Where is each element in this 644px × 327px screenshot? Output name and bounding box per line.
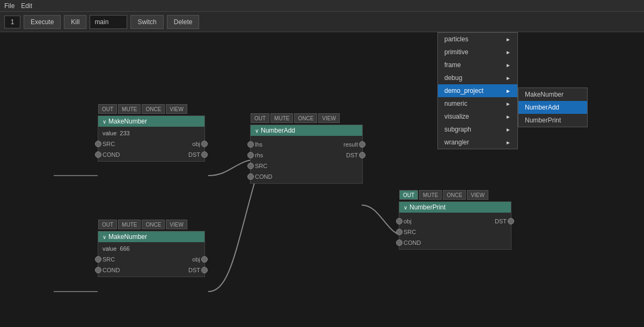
numberprint-out-btn[interactable]: OUT bbox=[399, 190, 418, 200]
numberprint-dst-label: DST bbox=[495, 218, 507, 224]
node1-value-field: value 233 bbox=[103, 129, 200, 137]
node2-src-row: SRC obj bbox=[103, 255, 200, 264]
node2-obj-label: obj bbox=[192, 256, 200, 263]
execute-button[interactable]: Execute bbox=[24, 15, 61, 29]
node1-src-label: SRC bbox=[103, 141, 115, 147]
numberprint-once-btn[interactable]: ONCE bbox=[443, 190, 466, 200]
number-print-body: obj DST SRC COND bbox=[399, 213, 511, 249]
node2-cond-row: COND DST bbox=[103, 266, 200, 274]
make-number-1-node: OUT MUTE ONCE VIEW ∨ MakeNumber value 23… bbox=[98, 115, 205, 162]
numberprint-cond-row: COND bbox=[404, 238, 507, 247]
number-print-header: ∨ NumberPrint bbox=[399, 202, 511, 213]
numberadd-out-btn[interactable]: OUT bbox=[251, 113, 269, 123]
node1-once-btn[interactable]: ONCE bbox=[142, 104, 165, 114]
menu-visualize-arrow: ► bbox=[506, 114, 511, 120]
menu-debug[interactable]: debug ► bbox=[438, 71, 517, 84]
numberadd-lhs-circle[interactable] bbox=[247, 141, 254, 148]
numberprint-dst-circle[interactable] bbox=[508, 218, 514, 224]
menu-demo-project[interactable]: demo_project ► bbox=[438, 84, 517, 97]
numberprint-src-row: SRC bbox=[404, 228, 507, 236]
menu-particles-arrow: ► bbox=[506, 37, 511, 42]
numberadd-lhs-label: lhs bbox=[255, 141, 262, 148]
make-number-1-title: MakeNumber bbox=[108, 118, 147, 125]
numberadd-src-circle[interactable] bbox=[247, 163, 254, 169]
make-number-1-body: value 233 SRC obj COND bbox=[98, 127, 204, 161]
make-number-2-title: MakeNumber bbox=[108, 233, 147, 241]
graph-input[interactable] bbox=[90, 15, 127, 29]
menu-primitive[interactable]: primitive ► bbox=[438, 46, 517, 59]
numberadd-lhs-row: lhs result bbox=[255, 140, 358, 149]
toolbar: 1 Execute Kill Switch Delete bbox=[0, 12, 644, 32]
numberadd-cond-label: COND bbox=[255, 173, 272, 180]
kill-button[interactable]: Kill bbox=[64, 15, 86, 29]
context-menu: particles ► primitive ► frame ► debug ► … bbox=[437, 32, 518, 149]
numberadd-toolbar: OUT MUTE ONCE VIEW bbox=[251, 113, 340, 123]
menu-frame-arrow: ► bbox=[506, 62, 511, 68]
node2-value-field: value 666 bbox=[103, 244, 200, 253]
menu-visualize-label: visualize bbox=[444, 113, 469, 120]
menu-edit[interactable]: Edit bbox=[21, 2, 32, 10]
numberadd-view-btn[interactable]: VIEW bbox=[318, 113, 340, 123]
delete-button[interactable]: Delete bbox=[167, 15, 200, 29]
menu-particles[interactable]: particles ► bbox=[438, 33, 517, 46]
node2-once-btn[interactable]: ONCE bbox=[142, 220, 165, 229]
node1-value-val: 233 bbox=[120, 130, 129, 136]
numberadd-rhs-label: rhs bbox=[255, 152, 263, 158]
number-print-node: OUT MUTE ONCE VIEW ∨ NumberPrint obj DST bbox=[399, 201, 511, 250]
menu-file[interactable]: File bbox=[4, 2, 14, 10]
node2-dst-label: DST bbox=[188, 267, 200, 273]
node1-cond-row: COND DST bbox=[103, 150, 200, 159]
menu-visualize[interactable]: visualize ► bbox=[438, 110, 517, 123]
node1-src-port: SRC bbox=[103, 141, 115, 147]
numberadd-result-circle[interactable] bbox=[359, 141, 365, 148]
menu-frame[interactable]: frame ► bbox=[438, 59, 517, 71]
node2-arrow: ∨ bbox=[103, 234, 106, 240]
node2-view-btn[interactable]: VIEW bbox=[166, 220, 187, 229]
numberprint-mute-btn[interactable]: MUTE bbox=[419, 190, 442, 200]
numberadd-result-label: result bbox=[343, 141, 358, 148]
submenu-demo-project: MakeNumber NumberAdd NumberPrint bbox=[518, 88, 588, 127]
numberprint-src-circle[interactable] bbox=[396, 229, 402, 235]
menu-numeric[interactable]: numeric ► bbox=[438, 97, 517, 110]
menu-subgraph-arrow: ► bbox=[506, 127, 511, 133]
numberadd-arrow: ∨ bbox=[255, 128, 259, 134]
number-add-body: lhs result rhs DST bbox=[251, 136, 362, 183]
numberadd-rhs-circle[interactable] bbox=[247, 152, 254, 158]
number-add-header: ∨ NumberAdd bbox=[251, 125, 362, 136]
node2-value-label: value bbox=[103, 245, 116, 252]
node2-obj-circle[interactable] bbox=[201, 256, 208, 263]
numberprint-view-btn[interactable]: VIEW bbox=[467, 190, 488, 200]
node1-out-btn[interactable]: OUT bbox=[98, 104, 117, 114]
node2-out-btn[interactable]: OUT bbox=[98, 220, 117, 229]
submenu-number-add[interactable]: NumberAdd bbox=[518, 101, 587, 114]
numberprint-obj-circle[interactable] bbox=[396, 218, 402, 224]
numberadd-dst-circle[interactable] bbox=[359, 152, 365, 158]
node1-dst-circle[interactable] bbox=[201, 151, 208, 158]
node1-cond-circle[interactable] bbox=[95, 151, 101, 158]
submenu-make-number[interactable]: MakeNumber bbox=[518, 88, 587, 101]
node2-src-circle[interactable] bbox=[95, 256, 101, 263]
node1-src-circle[interactable] bbox=[95, 141, 101, 147]
canvas: OUT MUTE ONCE VIEW ∨ MakeNumber value 23… bbox=[0, 32, 644, 327]
node2-mute-btn[interactable]: MUTE bbox=[118, 220, 141, 229]
make-number-2-header: ∨ MakeNumber bbox=[98, 231, 204, 242]
numberadd-once-btn[interactable]: ONCE bbox=[294, 113, 317, 123]
numberprint-cond-circle[interactable] bbox=[396, 239, 402, 246]
numberadd-cond-circle[interactable] bbox=[247, 173, 254, 180]
menu-subgraph[interactable]: subgraph ► bbox=[438, 123, 517, 136]
node2-dst-circle[interactable] bbox=[201, 267, 208, 273]
numberadd-mute-btn[interactable]: MUTE bbox=[270, 113, 293, 123]
node1-obj-circle[interactable] bbox=[201, 141, 208, 147]
node1-cond-label: COND bbox=[103, 151, 120, 158]
node1-cond-port: COND bbox=[103, 151, 120, 158]
node1-mute-btn[interactable]: MUTE bbox=[118, 104, 141, 114]
numberprint-cond-label: COND bbox=[404, 239, 421, 246]
node1-view-btn[interactable]: VIEW bbox=[166, 104, 187, 114]
node2-cond-circle[interactable] bbox=[95, 267, 101, 273]
switch-button[interactable]: Switch bbox=[130, 15, 163, 29]
make-number-2-node: OUT MUTE ONCE VIEW ∨ MakeNumber value 66… bbox=[98, 231, 205, 277]
node2-cond-label: COND bbox=[103, 267, 120, 273]
submenu-number-print[interactable]: NumberPrint bbox=[518, 114, 587, 127]
menu-wrangler[interactable]: wrangler ► bbox=[438, 136, 517, 149]
menu-demo-project-arrow: ► bbox=[506, 88, 511, 94]
